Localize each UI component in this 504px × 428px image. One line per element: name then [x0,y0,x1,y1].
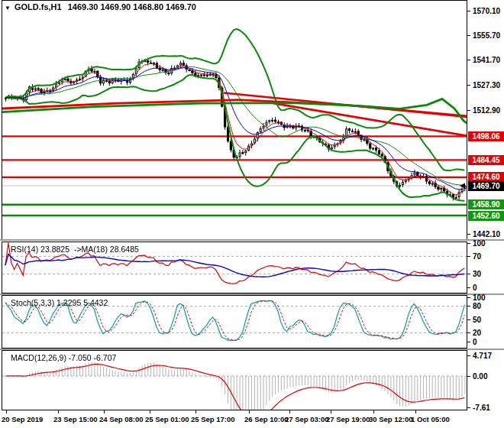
rsi-tick: 30 [467,270,481,279]
macd-indicator-label: MACD(12,26,9) -7.050 -6.707 [11,353,116,362]
time-tick-mark [150,410,150,413]
macd-tick: -7.61 [467,404,490,413]
price-badge-resistance: 1484.45 [468,155,504,165]
trading-chart-window: ▼GOLD.fs,H11469.30 1469.90 1468.80 1469.… [0,0,504,428]
price-tick: 1527.30 [467,81,500,90]
macd-tick: 4.717 [467,352,492,361]
time-tick-mark [373,410,374,413]
price-tick: 1570.10 [467,6,500,15]
price-tick: 1555.70 [467,31,500,41]
stoch-tick: 20 [467,328,481,337]
price-badge-support: 1452.60 [468,211,504,221]
time-tick-label: 30 Sep 12:00 [369,415,413,423]
stoch-tick: 80 [467,302,481,311]
rsi-tick: 0 [467,283,477,292]
time-tick-mark [195,410,196,413]
time-tick-label: 1 Oct 05:00 [411,415,450,423]
symbol-period-label: GOLD.fs,H1 [15,2,62,11]
macd-tick: 0.00 [467,371,487,381]
stoch-tick: 0 [467,337,477,346]
stoch-tick: 100 [467,293,486,302]
time-tick-label: 20 Sep 2019 [2,415,43,423]
time-tick-mark [6,410,7,413]
price-badge-resistance: 1498.06 [468,131,504,141]
stoch-tick: 50 [467,315,481,324]
time-tick-label: 27 Sep 03:00 [285,415,329,423]
symbol-dropdown-icon[interactable]: ▼ [5,5,11,11]
ohlc-quote-label: 1469.30 1469.90 1468.80 1469.70 [68,2,196,11]
chart-title: ▼GOLD.fs,H11469.30 1469.90 1468.80 1469.… [5,2,196,11]
time-tick-mark [289,410,290,413]
time-tick-mark [249,410,250,413]
time-tick-mark [58,410,59,413]
main-chart-canvas[interactable] [2,1,467,239]
rsi-tick: 70 [467,251,481,261]
rsi-indicator-label: RSI(14) 23.8825 ->MA(18) 28.6485 [11,245,139,254]
time-tick-label: 27 Sep 19:00 [326,415,370,423]
price-tick: 1442.10 [467,229,500,238]
time-tick-label: 24 Sep 08:00 [99,415,144,423]
price-tick: 1541.70 [467,56,500,65]
time-tick-mark [331,410,331,413]
panel-separator[interactable] [0,239,504,241]
price-tick: 1512.90 [467,105,500,115]
price-badge-current: 1469.70 [468,181,504,191]
time-tick-mark [104,410,105,413]
time-tick-label: 25 Sep 17:00 [191,415,235,423]
time-tick-label: 25 Sep 01:00 [145,415,189,423]
time-tick-mark [415,410,416,413]
time-tick-label: 23 Sep 15:00 [53,415,98,423]
stochastic-indicator-label: Stoch(5,3,3) 1.2295 5.4432 [11,298,108,307]
rsi-tick: 100 [467,238,486,248]
time-tick-label: 26 Sep 10:00 [244,415,289,423]
price-badge-support: 1458.90 [468,199,504,209]
main-price-panel[interactable] [2,0,467,240]
